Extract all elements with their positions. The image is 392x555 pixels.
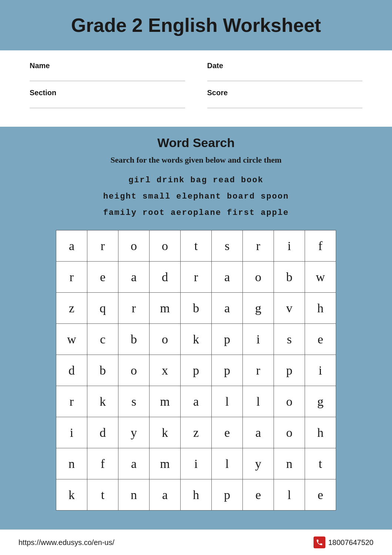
grid-cell: t [87, 479, 118, 511]
grid-cell: p [212, 324, 243, 355]
grid-cell: t [305, 448, 336, 479]
grid-cell: f [87, 448, 118, 479]
grid-cell: i [243, 324, 274, 355]
grid-row: rksmallog [56, 386, 336, 417]
grid-cell: b [274, 262, 305, 293]
grid-cell: s [212, 230, 243, 262]
grid-cell: n [56, 448, 87, 479]
grid-cell: l [274, 479, 305, 511]
grid-cell: e [243, 479, 274, 511]
date-input-line[interactable] [207, 72, 363, 81]
score-input-line[interactable] [207, 99, 363, 108]
grid-cell: i [56, 417, 87, 448]
wordsearch-section: Word Search Search for the words given b… [0, 127, 392, 529]
grid-cell: r [87, 230, 118, 262]
grid-cell: c [87, 324, 118, 355]
grid-row: arootsrif [56, 230, 336, 262]
form-row-1: Name Date [30, 62, 362, 81]
grid-cell: d [87, 417, 118, 448]
wordsearch-title: Word Search [7, 136, 385, 150]
grid-cell: p [274, 355, 305, 386]
score-field: Score [207, 89, 363, 108]
grid-cell: a [150, 479, 181, 511]
grid-cell: r [243, 355, 274, 386]
grid-cell: t [181, 230, 212, 262]
grid-cell: i [274, 230, 305, 262]
section-label: Section [30, 89, 185, 97]
form-section: Name Date Section Score [0, 50, 392, 119]
grid-cell: l [212, 386, 243, 417]
grid-cell: d [150, 262, 181, 293]
grid-cell: r [118, 293, 150, 324]
grid-row: dboxpprpi [56, 355, 336, 386]
grid-row: wcbokpise [56, 324, 336, 355]
grid-cell: m [150, 448, 181, 479]
name-label: Name [30, 62, 185, 70]
grid-row: nfamilynt [56, 448, 336, 479]
grid-cell: f [305, 230, 336, 262]
grid-cell: g [243, 293, 274, 324]
phone-number: 18007647520 [328, 538, 373, 547]
footer-phone: 18007647520 [314, 536, 373, 548]
grid-cell: z [181, 417, 212, 448]
grid-cell: o [243, 262, 274, 293]
grid-cell: h [305, 417, 336, 448]
name-field: Name [30, 62, 185, 81]
grid-cell: x [150, 355, 181, 386]
footer: https://www.edusys.co/en-us/ 18007647520 [0, 529, 392, 555]
grid-cell: z [56, 293, 87, 324]
grid-cell: o [118, 230, 150, 262]
grid-cell: w [305, 262, 336, 293]
grid-cell: k [181, 324, 212, 355]
score-label: Score [207, 89, 363, 97]
grid-cell: r [243, 230, 274, 262]
grid-cell: o [118, 355, 150, 386]
date-label: Date [207, 62, 363, 70]
word-search-grid: arootsrifreadraobwzqrmbagvhwcbokpisedbox… [56, 230, 336, 511]
grid-row: readraobw [56, 262, 336, 293]
grid-cell: m [150, 386, 181, 417]
page-title: Grade 2 English Worksheet [7, 14, 385, 36]
grid-cell: y [243, 448, 274, 479]
grid-container: arootsrifreadraobwzqrmbagvhwcbokpisedbox… [7, 230, 385, 511]
grid-cell: o [274, 386, 305, 417]
grid-cell: p [212, 479, 243, 511]
grid-cell: l [212, 448, 243, 479]
grid-cell: k [56, 479, 87, 511]
grid-cell: w [56, 324, 87, 355]
grid-cell: h [181, 479, 212, 511]
grid-cell: a [212, 262, 243, 293]
grid-cell: b [181, 293, 212, 324]
grid-cell: o [150, 324, 181, 355]
grid-cell: e [212, 417, 243, 448]
grid-cell: e [305, 324, 336, 355]
word-row: girl drink bag read book [7, 172, 385, 189]
grid-cell: s [118, 386, 150, 417]
grid-cell: o [274, 417, 305, 448]
grid-cell: a [118, 448, 150, 479]
grid-cell: a [118, 262, 150, 293]
grid-cell: p [212, 355, 243, 386]
grid-cell: b [87, 355, 118, 386]
grid-cell: a [243, 417, 274, 448]
grid-cell: q [87, 293, 118, 324]
word-row: height small elephant board spoon [7, 189, 385, 205]
grid-cell: s [274, 324, 305, 355]
grid-cell: e [87, 262, 118, 293]
grid-cell: r [56, 386, 87, 417]
grid-cell: a [212, 293, 243, 324]
section-field: Section [30, 89, 185, 108]
grid-cell: a [181, 386, 212, 417]
wordsearch-instruction: Search for the words given below and cir… [7, 155, 385, 165]
grid-cell: a [56, 230, 87, 262]
grid-cell: g [305, 386, 336, 417]
grid-cell: m [150, 293, 181, 324]
word-list: girl drink bag read bookheight small ele… [7, 172, 385, 221]
grid-cell: p [181, 355, 212, 386]
grid-cell: k [87, 386, 118, 417]
form-row-2: Section Score [30, 89, 362, 108]
section-input-line[interactable] [30, 99, 185, 108]
name-input-line[interactable] [30, 72, 185, 81]
grid-cell: d [56, 355, 87, 386]
grid-cell: n [274, 448, 305, 479]
